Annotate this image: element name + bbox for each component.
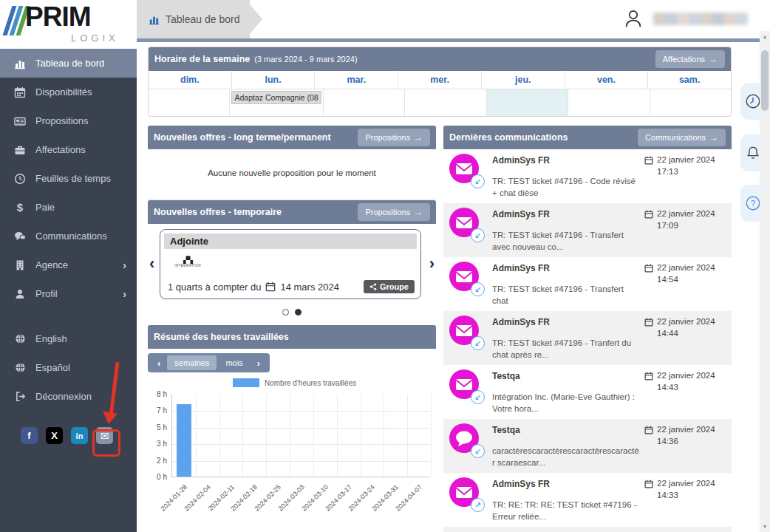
- affectations-button[interactable]: Affectations→: [655, 50, 725, 68]
- message-sender: AdminSys FR: [492, 317, 641, 327]
- carousel-dot-2[interactable]: [295, 309, 301, 316]
- logout-label: Déconnexion: [35, 391, 92, 402]
- day-header: ven.: [565, 71, 649, 89]
- chevron-right-icon: ›: [123, 259, 126, 271]
- scroll-down-button[interactable]: ▼: [760, 524, 770, 529]
- communication-item[interactable]: ↙ AdminSys FR TR: TEST ticket #47196 - T…: [443, 203, 732, 257]
- scroll-up-button[interactable]: ▲: [760, 34, 770, 39]
- globe-icon: [11, 362, 29, 373]
- sidebar-item-profil[interactable]: Profil ›: [0, 279, 137, 308]
- message-sender: Testqa: [492, 425, 641, 435]
- breadcrumb[interactable]: Tableau de bord: [137, 0, 250, 38]
- calendar-icon: [644, 426, 653, 434]
- communication-item[interactable]: ↙ AdminSys FR TR: TEST ticket #47196 - C…: [443, 149, 732, 203]
- communication-item[interactable]: ↙ Testqa Intégration Inc. (Marie-Eve Gau…: [443, 365, 732, 419]
- message-avatar: ↙: [449, 371, 479, 400]
- message-date: 22 janvier 2024: [644, 425, 727, 434]
- gridline: [219, 395, 220, 477]
- offers-long-title: Nouvelles offres - long terme/permanent: [154, 132, 331, 143]
- scroll-thumb[interactable]: [761, 50, 769, 111]
- communication-item[interactable]: ↙ AdminSys FR TR: TEST ticket #47196 - T…: [443, 311, 732, 365]
- schedule-panel: Horaire de la semaine (3 mars 2024 - 9 m…: [148, 47, 732, 117]
- day-header: mar.: [315, 71, 398, 89]
- sidebar-item-communications[interactable]: Communications: [0, 222, 137, 250]
- day-header: dim.: [149, 71, 232, 89]
- direction-badge-icon: ↙: [471, 336, 485, 350]
- legend-swatch: [233, 378, 259, 387]
- sidebar-item-propositions[interactable]: Propositions: [0, 106, 137, 135]
- legend-label: Nombre d'heures travaillées: [265, 379, 356, 387]
- linkedin-icon[interactable]: in: [71, 427, 88, 444]
- language-label: Español: [35, 362, 70, 373]
- sidebar-item-feuilles-de-temps[interactable]: Feuilles de temps: [0, 164, 137, 193]
- carousel-dot-1[interactable]: [282, 309, 289, 316]
- communications-button[interactable]: Communications→: [638, 129, 726, 146]
- schedule-range: (3 mars 2024 - 9 mars 2024): [254, 55, 357, 64]
- toggle-prev-button[interactable]: ‹: [152, 358, 166, 369]
- message-avatar: ↙: [449, 155, 479, 185]
- communication-item[interactable]: ↙ Testqa caractèrescaractèrescaractèresc…: [443, 419, 732, 473]
- message-date: 22 janvier 2024: [644, 317, 727, 327]
- facebook-icon[interactable]: f: [21, 427, 38, 444]
- offers-carousel: ‹ › Adjointe ▞▚ INTEGRATION 1 quarts à c…: [148, 229, 436, 307]
- message-avatar: ↙: [449, 263, 479, 293]
- y-axis-tick: 2 h: [148, 457, 167, 465]
- calendar-icon: [644, 210, 653, 219]
- gridline: [242, 395, 243, 477]
- communication-item[interactable]: ↗ AdminSys FR TR: RE: TR: RE: TEST ticke…: [443, 473, 732, 527]
- message-sender: AdminSys FR: [492, 209, 641, 219]
- sidebar-item-affectations[interactable]: Affectations: [0, 135, 137, 164]
- message-avatar: ↙: [449, 209, 479, 239]
- message-avatar: ↙: [449, 425, 479, 454]
- offer-title: Adjointe: [164, 233, 417, 249]
- gridline: [313, 395, 314, 477]
- message-subject: Intégration Inc. (Marie-Eve Gauthier) : …: [492, 392, 641, 415]
- direction-badge-icon: ↙: [471, 282, 485, 296]
- gridline: [172, 444, 430, 445]
- x-twitter-icon[interactable]: X: [46, 427, 63, 444]
- brand-name: PRIM: [25, 1, 91, 33]
- schedule-header: Horaire de la semaine (3 mars 2024 - 9 m…: [149, 47, 731, 71]
- offers-long-empty-message: Aucune nouvelle proposition pour le mome…: [148, 149, 436, 200]
- carousel-prev-button[interactable]: ‹: [149, 256, 154, 272]
- offer-card[interactable]: Adjointe ▞▚ INTEGRATION 1 quarts à compt…: [160, 229, 421, 299]
- brand-logo[interactable]: PRIM LOGIX: [0, 0, 137, 49]
- sidebar-item-label: Agence: [35, 259, 68, 270]
- assignment-chip[interactable]: Adaptaz Compagnie (08: [231, 91, 321, 104]
- sidebar-item-disponibilites[interactable]: Disponibilités: [0, 78, 137, 106]
- message-subject: TR: TEST ticket #47196 - Transfert chat: [492, 284, 641, 307]
- comments-icon: [11, 231, 29, 242]
- propositions-button[interactable]: Propositions→: [358, 129, 430, 146]
- next-item-peek: [443, 527, 732, 532]
- day-cell: [149, 89, 230, 116]
- breadcrumb-arrow: [246, 0, 262, 38]
- message-time: 17:13: [657, 167, 727, 176]
- sidebar-item-label: Disponibilités: [35, 86, 92, 98]
- message-date: 22 janvier 2024: [644, 479, 727, 488]
- chevron-right-icon: ›: [123, 288, 126, 300]
- annotation-arrowhead: [101, 412, 117, 426]
- communication-item[interactable]: ↙ AdminSys FR TR: TEST ticket #47196 - T…: [443, 257, 732, 311]
- breadcrumb-label: Tableau de bord: [166, 13, 239, 25]
- toggle-semaines[interactable]: semaines: [167, 355, 217, 370]
- sidebar-item-agence[interactable]: Agence ›: [0, 250, 137, 279]
- carousel-next-button[interactable]: ›: [429, 256, 435, 272]
- user-menu[interactable]: [622, 7, 748, 30]
- direction-badge-icon: ↙: [471, 174, 485, 188]
- y-axis-tick: 5 h: [148, 423, 167, 432]
- sidebar-item-tableau-de-bord[interactable]: Tableau de bord: [0, 49, 137, 78]
- group-button[interactable]: Groupe: [364, 280, 415, 293]
- clock-icon: [745, 93, 761, 109]
- day-cell: [568, 89, 650, 116]
- calendar-icon: [644, 264, 653, 273]
- toggle-mois[interactable]: mois: [218, 355, 250, 370]
- globe-icon: [11, 333, 29, 344]
- propositions-button[interactable]: Propositions→: [358, 203, 430, 221]
- language-english[interactable]: English: [0, 324, 137, 353]
- main-content: Horaire de la semaine (3 mars 2024 - 9 m…: [137, 42, 760, 532]
- message-subject: TR: TEST ticket #47196 - Code révisé + c…: [492, 176, 641, 199]
- message-subject: TR: TEST ticket #47196 - Tranfert du cha…: [492, 338, 641, 361]
- toggle-next-button[interactable]: ›: [252, 358, 265, 369]
- sidebar-item-paie[interactable]: $ Paie: [0, 193, 137, 222]
- question-icon: ?: [745, 195, 761, 211]
